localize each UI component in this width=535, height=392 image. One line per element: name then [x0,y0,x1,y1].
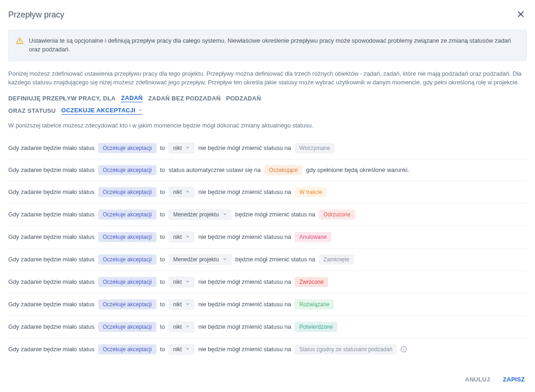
rule-phrase: nie będzie mógł zmienić statusu na [198,188,291,195]
chevron-down-icon [185,234,190,240]
rule-to: to [160,188,165,195]
table-description: W poniższej tabelce możesz zdecydować kt… [8,122,527,129]
rule-auto-pre: status automatycznie ustawi się na [168,166,261,173]
role-select-value: nikt [173,145,182,151]
rule-phrase: nie będzie mógł zmienić statusu na [198,301,291,308]
rule-prefix: Gdy zadanie będzie miało status [8,323,95,330]
workflow-modal: Przepływ pracy Ustawienia te są opcjonal… [0,0,535,392]
chevron-down-icon [185,301,190,308]
rule-prefix: Gdy zadanie będzie miało status [8,346,95,353]
rule-prefix: Gdy zadanie będzie miało status [8,166,95,173]
rule-prefix: Gdy zadanie będzie miało status [8,278,95,285]
role-select[interactable]: nikt [168,299,195,310]
target-status-badge: Wstrzymane [295,143,334,153]
rule-row: Gdy zadanie będzie miało statusOczekuje … [8,248,527,271]
source-status-badge: Oczekuje akceptacji [98,165,156,175]
rule-to: to [160,211,165,218]
role-select[interactable]: nikt [168,232,195,243]
role-select-value: nikt [173,279,182,285]
source-status-badge: Oczekuje akceptacji [98,232,156,242]
chevron-down-icon [185,324,190,330]
rule-phrase: nie będzie mógł zmienić statusu na [198,323,291,330]
chevron-down-icon [138,107,143,114]
warning-icon [16,37,23,46]
rule-row: Gdy zadanie będzie miało statusOczekuje … [8,137,527,160]
role-select-value: Menedżer projektu [173,211,218,218]
info-icon[interactable] [401,346,407,353]
rule-prefix: Gdy zadanie będzie miało status [8,211,95,218]
rule-row: Gdy zadanie będzie miało statusOczekuje … [8,271,527,293]
status-label: ORAZ STATUSU [8,107,56,114]
role-select[interactable]: Menedżer projektu [168,254,231,265]
target-status-badge: Zamknięte [319,254,354,265]
rule-phrase: będzie mógł zmienić status na [235,211,315,218]
tab-subtasks[interactable]: PODZADAŃ [226,95,261,102]
role-select-value: nikt [173,324,182,330]
rule-row: Gdy zadanie będzie miało statusOczekuje … [8,226,527,248]
role-select-value: nikt [173,301,182,308]
modal-header: Przepływ pracy [8,8,527,22]
chevron-down-icon [185,346,190,353]
rule-prefix: Gdy zadanie będzie miało status [8,144,95,151]
role-select[interactable]: nikt [168,321,195,332]
rule-prefix: Gdy zadanie będzie miało status [8,233,95,240]
rule-to: to [160,256,165,263]
rule-to: to [160,166,165,173]
role-select-value: nikt [173,189,182,195]
close-button[interactable] [515,8,527,22]
role-select-value: nikt [173,346,182,353]
rules-list: Gdy zadanie będzie miało statusOczekuje … [8,137,527,360]
chevron-down-icon [223,256,227,263]
rule-row: Gdy zadanie będzie miało statusOczekuje … [8,181,527,204]
rule-row: Gdy zadanie będzie miało statusOczekuje … [8,338,527,360]
target-status-badge: Rozwiązane [295,299,334,309]
rule-to: to [160,233,165,240]
role-select[interactable]: nikt [168,276,195,287]
tab-tasks-no-subtasks[interactable]: ZADAŃ BEZ PODZADAŃ [148,95,221,102]
target-status-badge: Status zgodny ze statusami podzadań [295,344,397,354]
rule-phrase: nie będzie mógł zmienić statusu na [198,346,291,353]
chevron-down-icon [185,189,190,195]
rule-phrase: będzie mógł zmienić status na [235,256,315,263]
rule-phrase: nie będzie mógł zmienić statusu na [198,144,291,151]
close-icon [517,13,525,20]
role-select-value: nikt [173,234,182,240]
modal-title: Przepływ pracy [8,10,64,20]
rule-phrase: nie będzie mógł zmienić statusu na [198,233,291,240]
target-status-badge: Potwierdzone [295,322,337,332]
tab-tasks[interactable]: ZADAŃ [121,94,143,102]
target-status-badge: Odrzucone [319,210,355,220]
modal-footer: ANULUJ ZAPISZ [8,360,527,386]
role-select-value: Menedżer projektu [173,256,218,263]
target-status-badge: Zwrócone [295,277,328,287]
role-select[interactable]: nikt [168,143,195,154]
status-dropdown[interactable]: OCZEKUJE AKCEPTACJI [61,107,143,115]
rule-to: to [160,346,165,353]
role-select[interactable]: nikt [168,187,195,198]
rule-to: to [160,323,165,330]
rule-row: Gdy zadanie będzie miało statusOczekuje … [8,293,527,316]
source-status-badge: Oczekuje akceptacji [98,322,156,332]
source-status-badge: Oczekuje akceptacji [98,277,156,287]
role-select[interactable]: Menedżer projektu [168,209,231,220]
source-status-badge: Oczekuje akceptacji [98,187,156,197]
rule-row: Gdy zadanie będzie miało statusOczekuje … [8,316,527,338]
warning-text: Ustawienia te są opcjonalne i definiują … [29,37,519,54]
target-status-badge: W trakcie [295,187,327,197]
rule-row: Gdy zadanie będzie miało statusOczekuje … [8,204,527,226]
source-status-badge: Oczekuje akceptacji [98,299,156,309]
cancel-button[interactable]: ANULUJ [463,373,492,386]
chevron-down-icon [223,211,227,218]
chevron-down-icon [185,279,190,285]
status-selector-row: ORAZ STATUSU OCZEKUJE AKCEPTACJI [8,107,527,115]
role-select[interactable]: nikt [168,344,195,355]
rule-prefix: Gdy zadanie będzie miało status [8,256,95,263]
source-status-badge: Oczekuje akceptacji [98,210,156,220]
source-status-badge: Oczekuje akceptacji [98,143,156,153]
rule-auto-post: gdy spełnione będą określone warunki. [306,166,409,173]
status-dropdown-value: OCZEKUJE AKCEPTACJI [61,107,136,114]
rule-to: to [160,144,165,151]
target-status-badge: Anulowane [295,232,331,242]
save-button[interactable]: ZAPISZ [501,373,527,386]
chevron-down-icon [185,145,190,151]
